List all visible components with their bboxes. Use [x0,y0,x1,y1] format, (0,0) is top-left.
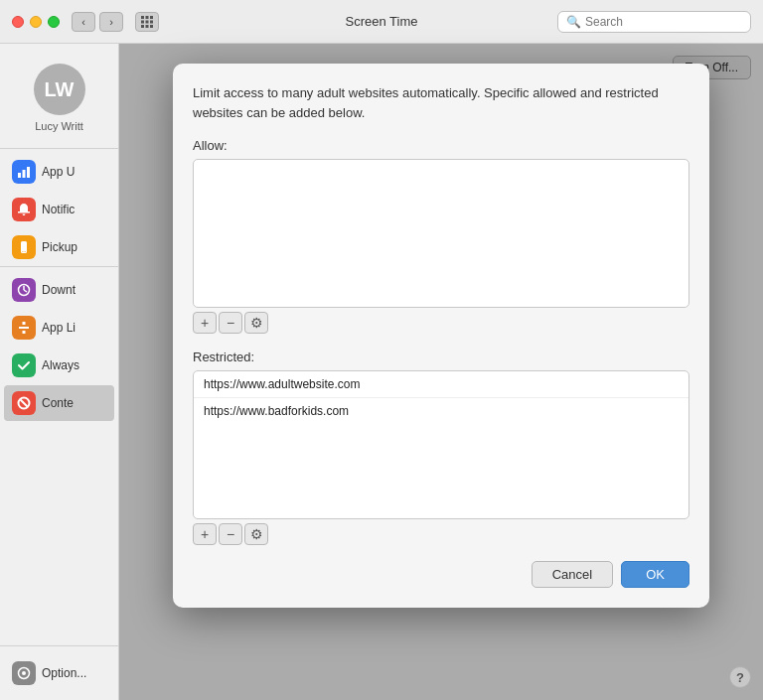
titlebar: ‹ › Screen Time 🔍 [0,0,763,44]
sidebar-item-options[interactable]: Option... [4,655,114,691]
nav-buttons: ‹ › [72,12,159,32]
allow-label: Allow: [193,138,689,153]
svg-rect-20 [23,331,26,334]
search-icon: 🔍 [566,15,581,29]
avatar-section: LW Lucy Writt [0,54,118,148]
sidebar-item-content[interactable]: Conte [4,385,114,421]
allow-list-controls: + − ⚙ [193,312,689,334]
window-title: Screen Time [346,14,418,29]
main-layout: LW Lucy Writt App U Notific [0,44,763,700]
restricted-label: Restricted: [193,350,689,364]
close-button[interactable] [12,16,24,28]
app-usage-icon [12,160,36,184]
sidebar: LW Lucy Writt App U Notific [0,44,119,700]
dialog-overlay: Limit access to many adult websites auto… [119,44,763,700]
content-area: Turn Off... Limit access to many adult w… [119,44,763,700]
svg-line-17 [24,290,27,292]
restricted-remove-button[interactable]: − [219,523,242,545]
content-icon [12,391,36,415]
svg-rect-3 [141,20,144,23]
restricted-item-1[interactable]: https://www.badforkids.com [194,398,688,424]
sidebar-item-content-label: Conte [42,396,74,410]
svg-point-14 [23,251,25,253]
restricted-list: https://www.adultwebsite.com https://www… [193,370,689,519]
options-icon [12,661,36,685]
restricted-item-0[interactable]: https://www.adultwebsite.com [194,371,688,398]
sidebar-item-pickups-label: Pickup [42,240,77,254]
sidebar-item-downtime-label: Downt [42,283,76,297]
search-input[interactable] [585,15,742,29]
svg-rect-6 [141,25,144,28]
user-name: Lucy Writt [0,120,118,132]
svg-rect-5 [150,20,153,23]
traffic-lights [12,16,60,28]
svg-rect-8 [150,25,153,28]
pickups-icon [12,235,36,259]
svg-rect-2 [150,16,153,19]
grid-button[interactable] [135,12,159,32]
allow-settings-button[interactable]: ⚙ [244,312,268,334]
sidebar-item-app-limits-label: App Li [42,321,76,335]
sidebar-item-notifications[interactable]: Notific [4,192,114,227]
svg-rect-11 [27,167,30,178]
avatar: LW [34,64,85,115]
cancel-button[interactable]: Cancel [532,561,613,588]
allow-remove-button[interactable]: − [219,312,242,334]
sidebar-divider [0,148,118,149]
sidebar-item-always-on[interactable]: Always [4,348,114,383]
allow-list [193,159,689,308]
sidebar-bottom: Option... [0,645,118,700]
restricted-list-controls: + − ⚙ [193,523,689,545]
help-button[interactable]: ? [729,666,751,688]
minimize-button[interactable] [30,16,42,28]
svg-line-22 [21,400,28,407]
sidebar-item-app-usage[interactable]: App U [4,154,114,190]
always-on-icon [12,353,36,377]
ok-button[interactable]: OK [621,561,689,588]
svg-rect-7 [146,25,149,28]
forward-button[interactable]: › [99,12,123,32]
sidebar-item-downtime[interactable]: Downt [4,272,114,308]
back-button[interactable]: ‹ [72,12,95,32]
sidebar-item-app-limits[interactable]: App Li [4,310,114,346]
search-bar[interactable]: 🔍 [557,11,751,33]
svg-rect-9 [18,173,21,178]
dialog-footer: Cancel OK [193,561,689,588]
svg-rect-18 [19,327,29,329]
options-label: Option... [42,666,86,680]
app-limits-icon [12,316,36,340]
restricted-settings-button[interactable]: ⚙ [244,523,268,545]
allow-add-button[interactable]: + [193,312,217,334]
svg-point-24 [22,671,26,675]
sidebar-item-notifications-label: Notific [42,203,75,216]
dialog: Limit access to many adult websites auto… [173,64,709,608]
downtime-icon [12,278,36,302]
svg-rect-0 [141,16,144,19]
sidebar-item-pickups[interactable]: Pickup [4,229,114,265]
sidebar-divider-2 [0,266,118,267]
sidebar-item-always-on-label: Always [42,358,79,372]
maximize-button[interactable] [48,16,60,28]
dialog-description: Limit access to many adult websites auto… [193,83,689,122]
svg-rect-4 [146,20,149,23]
restricted-add-button[interactable]: + [193,523,217,545]
svg-rect-1 [146,16,149,19]
notifications-icon [12,198,36,221]
sidebar-item-app-usage-label: App U [42,165,75,179]
svg-rect-19 [23,322,26,325]
svg-rect-10 [23,170,26,178]
